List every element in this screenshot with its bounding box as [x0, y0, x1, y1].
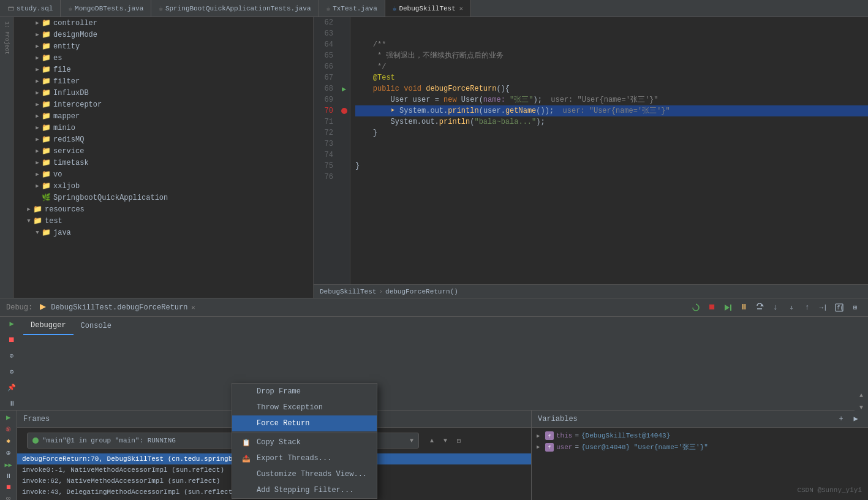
stop-icon[interactable]: ⑨	[2, 426, 15, 433]
debug-header: Debug: DebugSkillTest.debugForceReturn ✕…	[0, 298, 868, 317]
ctx-throw-exception[interactable]: Throw Exception	[232, 400, 377, 415]
ctx-copy-stack-label: Copy Stack	[257, 438, 301, 447]
tree-arrow: ▶	[33, 89, 42, 97]
code-line-75: }	[355, 161, 868, 172]
step-into-button[interactable]: ↓	[769, 301, 782, 314]
stop-button[interactable]: ⏹	[705, 301, 719, 314]
pause-button[interactable]: ⏸	[737, 301, 750, 314]
pause-left-icon[interactable]: ⏸	[5, 396, 18, 410]
tab-debugskill[interactable]: ☕ DebugSkillTest ✕	[385, 0, 471, 17]
tree-item-test[interactable]: ▼ 📁 test	[13, 215, 313, 227]
project-icon[interactable]: 1: Project	[1, 20, 12, 56]
tree-item-es[interactable]: ▶ 📁 es	[13, 52, 313, 64]
tree-item-redismq[interactable]: ▶ 📁 redisMQ	[13, 134, 313, 145]
tree-item-java[interactable]: ▼ 📁 java	[13, 227, 313, 238]
tree-item-xxljob[interactable]: ▶ 📁 xxljob	[13, 180, 313, 192]
step-over-button[interactable]	[753, 301, 766, 314]
tab-mongodb[interactable]: ☕ MongoDBTests.java	[61, 0, 151, 17]
spring-icon: 🌿	[42, 193, 51, 202]
breadcrumb-separator: ›	[379, 288, 383, 295]
resume-left-icon[interactable]: ▶	[5, 317, 18, 330]
tree-item-interceptor[interactable]: ▶ 📁 interceptor	[13, 99, 313, 110]
folder-icon: 📁	[42, 18, 51, 28]
debug-content: ▶ ⑨ ✱ ⊕ ▶▶ ⏸ ⏹ ∞ Frames "main"@1 in gro	[0, 411, 868, 500]
fast-run-icon[interactable]: ▶▶	[2, 461, 15, 469]
evaluate-button[interactable]: f(x)	[832, 301, 846, 314]
step-out-button[interactable]: ↑	[801, 301, 814, 314]
tree-item-filter[interactable]: ▶ 📁 filter	[13, 75, 313, 87]
tree-arrow: ▶	[33, 170, 42, 179]
code-line-62	[355, 17, 868, 28]
tree-arrow: ▶	[33, 19, 42, 28]
rerun-button[interactable]	[689, 301, 703, 314]
gutter-72	[338, 127, 350, 138]
gutter-64	[338, 39, 350, 50]
tree-item-service[interactable]: ▶ 📁 service	[13, 145, 313, 157]
tree-item-vo[interactable]: ▶ 📁 vo	[13, 169, 313, 180]
tree-item-springbootapp[interactable]: ▶ 🌿 SpringbootQuickApplication	[13, 192, 313, 203]
tree-item-resources[interactable]: ▶ 📁 resources	[13, 203, 313, 215]
breakpoint-marker-70[interactable]	[341, 108, 347, 114]
thread-up-button[interactable]: ▲	[426, 435, 437, 446]
tree-item-label: SpringbootQuickApplication	[53, 194, 168, 202]
tree-item-controller[interactable]: ▶ 📁 controller	[13, 17, 313, 29]
var-expand-arrow-user[interactable]: ▶	[537, 444, 545, 450]
ctx-add-stepping-filter[interactable]: Add Stepping Filter...	[232, 482, 377, 498]
pin-left-icon[interactable]: 📌	[5, 381, 18, 394]
mute-left-icon[interactable]: ⊘	[5, 349, 18, 362]
close-session-icon[interactable]: ✕	[191, 304, 195, 311]
stop-icon-2[interactable]: ⏹	[2, 483, 15, 491]
tab-txtest[interactable]: ☕ TxTest.java	[319, 0, 385, 17]
watch-icon[interactable]: ✱	[2, 437, 15, 445]
tree-arrow: ▶	[33, 159, 42, 167]
infinity-icon[interactable]: ∞	[2, 494, 15, 500]
trace-button[interactable]: ⊞	[848, 301, 862, 314]
ctx-drop-frame[interactable]: Drop Frame	[232, 384, 377, 400]
tree-item-timetask[interactable]: ▶ 📁 timetask	[13, 157, 313, 169]
run-to-cursor-button[interactable]: →|	[817, 301, 830, 314]
ctx-throw-exception-label: Throw Exception	[257, 403, 323, 412]
tab-console[interactable]: Console	[74, 317, 119, 335]
tab-debugger[interactable]: Debugger	[23, 317, 74, 335]
thread-filter-button[interactable]: ⊟	[453, 435, 464, 446]
folder-icon: 📁	[42, 77, 51, 86]
ctx-force-return[interactable]: Force Return	[232, 415, 377, 431]
scroll-down-button[interactable]: ▼	[856, 411, 867, 413]
expand-all-button[interactable]: ▶	[850, 413, 862, 425]
debug-session-name[interactable]: DebugSkillTest.debugForceReturn	[51, 303, 187, 312]
tree-item-entity[interactable]: ▶ 📁 entity	[13, 40, 313, 52]
var-expand-arrow-this[interactable]: ▶	[537, 433, 545, 439]
code-line-76	[355, 172, 868, 183]
add-icon[interactable]: ⊕	[2, 449, 15, 458]
thread-down-button[interactable]: ▼	[440, 435, 451, 446]
svg-marker-0	[40, 304, 46, 310]
tree-arrow: ▶	[33, 31, 42, 39]
var-name-this: this	[556, 432, 572, 439]
run-icon[interactable]: ▶	[2, 413, 15, 422]
tree-item-file[interactable]: ▶ 📁 file	[13, 64, 313, 75]
tree-item-mapper[interactable]: ▶ 📁 mapper	[13, 110, 313, 122]
force-step-into-button[interactable]: ⇓	[785, 301, 798, 314]
tree-item-designmode[interactable]: ▶ 📁 designMode	[13, 29, 313, 40]
resume-button[interactable]	[721, 301, 734, 314]
add-watch-button[interactable]: +	[835, 413, 847, 425]
tab-study-sql[interactable]: 🗃 study.sql	[0, 0, 61, 17]
pause-icon[interactable]: ⏸	[2, 472, 15, 480]
tab-springboot[interactable]: ☕ SpringBootQuickApplicationTests.java	[151, 0, 319, 17]
tab-label: study.sql	[17, 5, 53, 12]
ctx-copy-stack[interactable]: 📋 Copy Stack	[232, 434, 377, 450]
tree-item-influxdb[interactable]: ▶ 📁 InfluxDB	[13, 87, 313, 99]
tree-item-minio[interactable]: ▶ 📁 minio	[13, 122, 313, 134]
tree-arrow: ▶	[33, 77, 42, 86]
breadcrumb-method: debugForceReturn()	[385, 288, 458, 295]
stop-left-icon[interactable]: ⏹	[5, 333, 18, 346]
var-type-icon-user: f	[545, 443, 554, 452]
tree-item-label: interceptor	[53, 100, 102, 109]
tree-item-label: file	[53, 66, 71, 74]
thread-running-dot	[32, 438, 39, 444]
ctx-customize-threads[interactable]: Customize Threads View...	[232, 466, 377, 482]
ctx-export-threads[interactable]: 📤 Export Threads...	[232, 450, 377, 466]
ctx-customize-threads-label: Customize Threads View...	[257, 470, 367, 479]
ctx-separator-1	[232, 433, 377, 433]
settings-left-icon[interactable]: ⚙	[5, 365, 18, 378]
